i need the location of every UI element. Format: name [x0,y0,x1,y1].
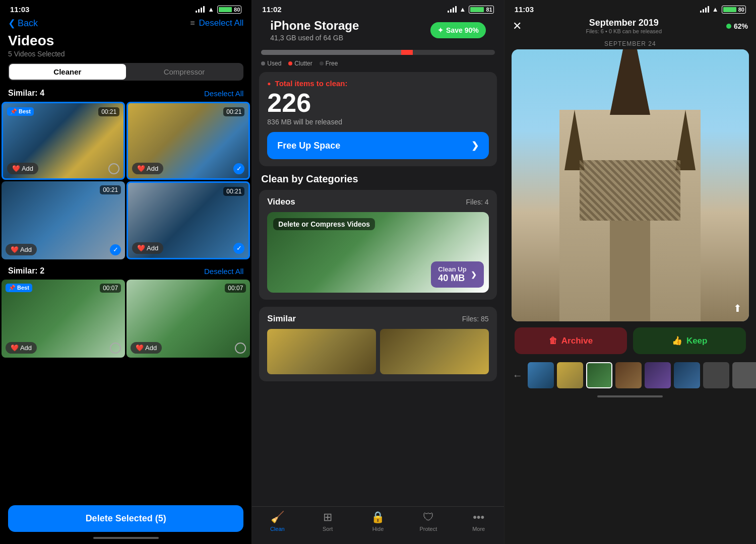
video-thumb-6[interactable]: 00:07 ❤️ Add [127,280,250,358]
free-up-button[interactable]: Free Up Space ❯ [267,132,488,159]
check-3[interactable]: ✓ [110,244,121,255]
strip-thumb-1[interactable] [528,362,554,388]
tab-sort-label: Sort [323,526,333,532]
similar-group-1-header: Similar: 4 Deselect All [0,87,251,102]
signal-icon [196,6,205,13]
wifi-icon-3: ▲ [712,6,719,13]
photo-bg [512,49,749,321]
time-badge-5: 00:07 [100,284,121,293]
check-1[interactable] [108,163,119,174]
filter-icon: ≡ [190,19,195,28]
video-thumb-4[interactable]: 00:21 ❤️ Add ✓ [127,181,250,259]
pct-label: 62% [734,22,748,30]
thumbnail-strip: ← ≡ [505,360,756,390]
hide-icon: 🔒 [371,511,385,524]
strip-thumb-6[interactable] [674,362,700,388]
similar-thumb-1[interactable] [267,329,376,374]
trash-icon: 🗑 [549,336,557,346]
share-button[interactable]: ⬆ [733,302,742,314]
check-4[interactable]: ✓ [233,243,244,254]
strip-back-button[interactable]: ← [513,370,523,381]
strip-thumb-2[interactable] [557,362,583,388]
add-button-1[interactable]: ❤️ Add [7,163,38,174]
strip-thumb-3[interactable] [586,362,612,388]
check-6[interactable] [235,343,246,354]
cleanup-button[interactable]: Clean Up 40 MB ❯ [431,261,483,288]
check-2[interactable]: ✓ [233,163,244,174]
video-thumb-1[interactable]: 📌 Best 00:21 ❤️ Add [2,102,125,180]
keep-button[interactable]: 👍 Keep [633,327,746,354]
similar-label-1: Similar: 4 [8,89,44,98]
video-thumb-5[interactable]: 📌 Best 00:07 ❤️ Add [2,280,125,358]
videos-card-files: Files: 4 [466,198,489,206]
check-5[interactable] [110,343,121,354]
strip-thumb-8[interactable] [732,362,756,388]
chevron-right-icon-2: ❯ [471,270,477,279]
similar-thumbs [267,329,488,374]
videos-card-header: Videos Files: 4 [267,197,488,207]
tab-hide[interactable]: 🔒 Hide [353,511,403,532]
time-badge-6: 00:07 [225,284,246,293]
archive-button[interactable]: 🗑 Archive [515,327,627,354]
strip-thumb-4[interactable] [615,362,642,388]
signal-icon-2 [448,6,457,13]
home-indicator-3 [505,390,756,402]
cleanup-size: 40 MB [438,273,466,284]
clean-card: ● Total items to clean: 226 836 MB will … [259,72,496,166]
add-button-6[interactable]: ❤️ Add [131,342,162,354]
segment-cleaner[interactable]: Cleaner [9,64,126,80]
video-thumb-2[interactable]: 00:21 ❤️ Add ✓ [127,102,250,180]
segment-compressor[interactable]: Compressor [126,64,243,80]
home-indicator-1 [0,532,251,544]
add-button-4[interactable]: ❤️ Add [132,242,163,254]
similar-card-title: Similar [267,314,296,324]
back-button-1[interactable]: ❮ Back [8,18,38,29]
nav-bar-1: ❮ Back ≡ Deselect All [0,16,251,33]
free-up-label: Free Up Space [277,141,340,151]
used-dot [261,61,265,65]
archive-label: Archive [561,336,593,346]
tab-protect-label: Protect [419,526,437,532]
tab-more[interactable]: ••• More [454,511,504,532]
deselect-all-button[interactable]: Deselect All [199,18,244,28]
tab-protect[interactable]: 🛡 Protect [403,511,454,532]
status-icons-3: ▲ 80 [700,6,746,14]
similar-thumb-2[interactable] [380,329,489,374]
video-grid-2: 📌 Best 00:07 ❤️ Add 00:07 ❤️ Add [0,280,251,358]
page-title-1: Videos [0,33,251,50]
wifi-icon-1: ▲ [208,6,214,13]
add-button-5[interactable]: ❤️ Add [6,342,37,354]
storage-header: iPhone Storage 41,3 GB used of 64 GB ✦ S… [252,16,503,50]
storage-subtitle: 41,3 GB used of 64 GB [270,34,359,42]
keep-label: Keep [686,336,708,346]
deselect-link-2[interactable]: Deselect All [204,267,243,276]
similar-card-files: Files: 85 [462,315,489,323]
main-photo: ⬆ [512,49,749,321]
video-thumb-3[interactable]: 00:21 ❤️ Add ✓ [2,181,125,259]
tab-clean[interactable]: 🧹 Clean [252,511,302,532]
add-button-2[interactable]: ❤️ Add [132,163,163,174]
sort-icon: ⊞ [323,511,332,524]
similar-label-2: Similar: 2 [8,266,44,276]
add-button-3[interactable]: ❤️ Add [6,244,37,255]
phone-2: 11:02 ▲ 81 iPhone Storage 41,3 GB used o… [252,0,504,544]
storage-legend: Used Clutter Free [252,58,503,72]
status-icons-2: ▲ 81 [448,6,494,14]
more-icon: ••• [473,511,484,524]
cleanup-label: Clean Up [438,265,466,273]
best-badge-1: 📌 Best [7,107,34,116]
tab-sort[interactable]: ⊞ Sort [302,511,353,532]
deselect-link-1[interactable]: Deselect All [204,89,243,98]
strip-thumb-5[interactable] [645,362,671,388]
share-icon: ⬆ [733,303,742,314]
status-bar-1: 11:03 ▲ 80 [0,0,251,16]
close-button-3[interactable]: ✕ [513,20,522,33]
save-button[interactable]: ✦ Save 90% [430,22,486,38]
similar-card-header: Similar Files: 85 [267,314,488,324]
delete-selected-button[interactable]: Delete Selected (5) [8,505,243,532]
clean-header-label: Total items to clean: [275,79,348,88]
strip-thumb-7[interactable] [703,362,729,388]
segment-control: Cleaner Compressor [0,63,251,87]
video-preview[interactable]: Delete or Compress Videos Clean Up 40 MB… [267,212,488,293]
tab-clean-label: Clean [270,526,285,532]
